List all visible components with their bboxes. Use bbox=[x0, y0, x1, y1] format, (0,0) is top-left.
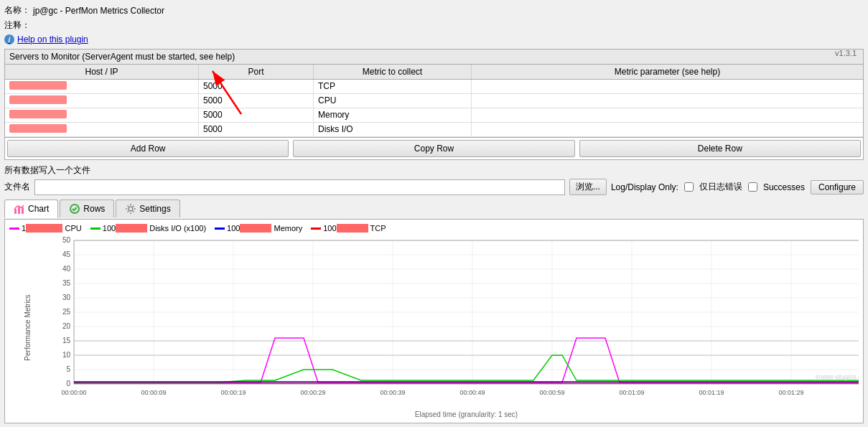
chart-with-axes: Performance Metrics .grid-line { stroke:… bbox=[9, 237, 859, 418]
svg-text:30: 30 bbox=[62, 294, 71, 301]
legend-tcp-color bbox=[311, 227, 321, 230]
y-axis-label: Performance Metrics bbox=[24, 294, 32, 360]
svg-text:00:01:19: 00:01:19 bbox=[699, 389, 724, 396]
col-param: Metric parameter (see help) bbox=[472, 65, 863, 79]
errors-only-label: 仅日志错误 bbox=[699, 181, 742, 193]
rows-tab-icon bbox=[69, 203, 80, 215]
legend-disks-color bbox=[90, 227, 101, 230]
file-section-title: 所有数据写入一个文件 bbox=[4, 164, 864, 177]
svg-text:00:01:09: 00:01:09 bbox=[619, 389, 644, 396]
svg-text:00:00:09: 00:00:09 bbox=[141, 389, 166, 396]
configure-button[interactable]: Configure bbox=[811, 180, 864, 194]
name-value: jp@gc - PerfMon Metrics Collector bbox=[33, 6, 164, 16]
svg-text:40: 40 bbox=[62, 265, 71, 273]
svg-text:00:00:19: 00:00:19 bbox=[220, 389, 246, 396]
legend-cpu-label: 1XXXXXXX CPU bbox=[22, 224, 82, 233]
param-cell bbox=[472, 123, 863, 136]
svg-text:00:00:39: 00:00:39 bbox=[380, 389, 405, 396]
file-section: 所有数据写入一个文件 文件名 浏览... Log/Display Only: 仅… bbox=[4, 164, 864, 195]
svg-text:20: 20 bbox=[62, 322, 71, 330]
table-row[interactable]: 5000 Memory bbox=[5, 108, 863, 123]
metric-cell: Disks I/O bbox=[314, 123, 472, 136]
svg-text:00:01:39: 00:01:39 bbox=[858, 389, 859, 396]
y-axis-container: Performance Metrics bbox=[9, 237, 45, 418]
x-axis-label: Elapsed time (granularity: 1 sec) bbox=[74, 410, 859, 418]
svg-text:50: 50 bbox=[62, 237, 71, 244]
chart-legend: 1XXXXXXX CPU 100XXXXXX Disks I/O (x100) … bbox=[9, 224, 859, 233]
log-display-label: Log/Display Only: bbox=[611, 182, 678, 192]
table-row[interactable]: 5000 Disks I/O bbox=[5, 123, 863, 137]
host-cell[interactable] bbox=[5, 123, 199, 136]
port-cell: 5000 bbox=[199, 80, 314, 93]
watermark-text: jmeter-plugins.org bbox=[815, 373, 859, 380]
successes-checkbox[interactable] bbox=[748, 182, 757, 192]
add-row-button[interactable]: Add Row bbox=[7, 140, 289, 157]
svg-text:00:00:00: 00:00:00 bbox=[61, 389, 86, 396]
legend-memory-label: 100XXXXXX Memory bbox=[227, 224, 302, 233]
host-cell[interactable] bbox=[5, 80, 199, 93]
chart-tab-label: Chart bbox=[28, 204, 49, 214]
chart-svg: .grid-line { stroke: #ddd; stroke-width:… bbox=[45, 237, 859, 409]
chart-tab-icon bbox=[14, 203, 25, 215]
svg-rect-4 bbox=[22, 207, 24, 214]
svg-point-6 bbox=[129, 207, 133, 211]
log-display-section: Log/Display Only: 仅日志错误 Successes Config… bbox=[611, 180, 864, 194]
servers-title: Servers to Monitor (ServerAgent must be … bbox=[5, 50, 863, 65]
host-cell[interactable] bbox=[5, 108, 199, 122]
help-link[interactable]: i Help on this plugin bbox=[4, 34, 864, 44]
svg-text:00:00:59: 00:00:59 bbox=[539, 389, 564, 396]
svg-text:25: 25 bbox=[62, 308, 71, 316]
host-cell[interactable] bbox=[5, 94, 199, 108]
svg-text:10: 10 bbox=[62, 351, 71, 359]
legend-tcp: 100XXXXXX TCP bbox=[311, 224, 386, 233]
successes-label: Successes bbox=[763, 182, 805, 192]
legend-memory-color bbox=[215, 227, 225, 230]
settings-tab-icon bbox=[125, 203, 136, 215]
chart-area: 1XXXXXXX CPU 100XXXXXX Disks I/O (x100) … bbox=[4, 219, 864, 423]
table-row[interactable]: 5000 TCP bbox=[5, 80, 863, 94]
rows-tab-label: Rows bbox=[83, 204, 105, 214]
legend-cpu-color bbox=[9, 227, 19, 230]
metric-cell: CPU bbox=[314, 94, 472, 108]
legend-disks: 100XXXXXX Disks I/O (x100) bbox=[90, 224, 206, 233]
version-text: v1.3.1 bbox=[835, 49, 857, 57]
svg-text:0: 0 bbox=[66, 380, 70, 388]
legend-disks-label: 100XXXXXX Disks I/O (x100) bbox=[103, 224, 206, 233]
table-row[interactable]: 5000 CPU bbox=[5, 94, 863, 108]
svg-text:00:01:29: 00:01:29 bbox=[778, 389, 803, 396]
comment-label: 注释： bbox=[4, 19, 30, 32]
filename-label: 文件名 bbox=[4, 181, 30, 193]
chart-inner-container: .grid-line { stroke: #ddd; stroke-width:… bbox=[45, 237, 859, 418]
copy-row-button[interactable]: Copy Row bbox=[293, 140, 574, 157]
tab-chart[interactable]: Chart bbox=[4, 200, 58, 218]
col-port: Port bbox=[199, 65, 314, 79]
filename-input[interactable] bbox=[34, 179, 565, 195]
tab-rows[interactable]: Rows bbox=[60, 200, 114, 217]
legend-memory: 100XXXXXX Memory bbox=[215, 224, 302, 233]
tabs-row: Chart Rows Settings bbox=[4, 200, 864, 217]
svg-text:15: 15 bbox=[62, 337, 71, 344]
legend-cpu: 1XXXXXXX CPU bbox=[9, 224, 82, 233]
tab-settings[interactable]: Settings bbox=[116, 200, 179, 217]
svg-text:35: 35 bbox=[62, 279, 71, 287]
svg-text:00:00:29: 00:00:29 bbox=[300, 389, 325, 396]
delete-row-button[interactable]: Delete Row bbox=[579, 140, 861, 157]
svg-text:45: 45 bbox=[62, 250, 71, 258]
svg-text:00:00:49: 00:00:49 bbox=[459, 389, 485, 396]
name-label: 名称： bbox=[4, 4, 30, 17]
param-cell bbox=[472, 108, 863, 122]
port-cell: 5000 bbox=[199, 123, 314, 136]
col-metric: Metric to collect bbox=[314, 65, 472, 79]
port-cell: 5000 bbox=[199, 108, 314, 122]
settings-tab-label: Settings bbox=[139, 204, 170, 214]
table-buttons: Add Row Copy Row Delete Row bbox=[5, 137, 863, 159]
errors-only-checkbox[interactable] bbox=[684, 182, 694, 192]
servers-section: Servers to Monitor (ServerAgent must be … bbox=[4, 49, 864, 160]
svg-text:5: 5 bbox=[66, 365, 70, 373]
param-cell bbox=[472, 80, 863, 93]
table-header: Host / IP Port Metric to collect Metric … bbox=[5, 65, 863, 80]
info-icon: i bbox=[4, 34, 14, 44]
port-cell: 5000 bbox=[199, 94, 314, 108]
col-host: Host / IP bbox=[5, 65, 199, 79]
browse-button[interactable]: 浏览... bbox=[569, 179, 607, 195]
